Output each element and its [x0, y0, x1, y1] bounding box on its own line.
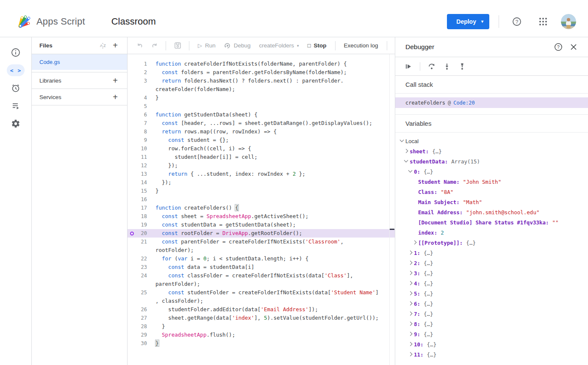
debugger-close-button[interactable] [566, 39, 581, 55]
breakpoint-gutter[interactable] [128, 280, 136, 288]
stack-location-link[interactable]: Code:20 [453, 100, 475, 106]
stop-button[interactable]: □ Stop [304, 39, 330, 52]
code-line[interactable]: , classFolder); [128, 297, 395, 305]
code-line[interactable]: 1function createFolderIfNotExists(folder… [128, 60, 395, 68]
breakpoint-gutter[interactable] [128, 288, 136, 297]
breakpoint-gutter[interactable] [128, 77, 136, 85]
breakpoint-gutter[interactable] [128, 271, 136, 280]
breakpoint-gutter[interactable] [128, 68, 136, 77]
chevron-right-icon[interactable] [407, 341, 414, 348]
breakpoint-gutter[interactable] [128, 263, 136, 271]
breakpoint-gutter[interactable] [128, 254, 136, 263]
code-area[interactable]: 1function createFolderIfNotExists(folder… [128, 54, 395, 365]
code-line[interactable]: 12 }); [128, 161, 395, 170]
breakpoint-gutter[interactable] [128, 204, 136, 212]
breakpoint-gutter[interactable] [128, 127, 136, 136]
chevron-right-icon[interactable] [407, 260, 414, 266]
code-line[interactable]: 28 } [128, 322, 395, 331]
breakpoint-gutter[interactable] [128, 221, 136, 229]
chevron-down-icon[interactable] [403, 158, 410, 165]
code-line[interactable]: 27 sheet.getRange(data['index'], 5).setV… [128, 314, 395, 322]
sort-files-button[interactable]: A Z [97, 40, 109, 52]
code-line[interactable]: 11 student[header[i]] = cell; [128, 153, 395, 161]
breakpoint-gutter[interactable] [128, 305, 136, 314]
code-line[interactable]: 3 return folders.hasNext() ? folders.nex… [128, 77, 395, 85]
variable-row[interactable]: [[Prototype]]:{…} [399, 238, 588, 248]
code-line[interactable]: 13 return { ...student, index: rowIndex … [128, 170, 395, 178]
chevron-right-icon[interactable] [407, 270, 414, 277]
code-line[interactable]: 16 [128, 195, 395, 204]
variable-row[interactable]: 8:{…} [399, 319, 588, 329]
chevron-right-icon[interactable] [407, 300, 414, 307]
variable-row[interactable]: 9:{…} [399, 329, 588, 339]
breakpoint-gutter[interactable] [128, 144, 136, 153]
breakpoint-gutter[interactable] [128, 339, 136, 348]
code-line[interactable]: 15} [128, 187, 395, 195]
code-line[interactable]: parentFolder); [128, 280, 395, 288]
chevron-right-icon[interactable] [407, 290, 414, 297]
code-line[interactable]: 29 SpreadsheetApp.flush(); [128, 331, 395, 339]
code-line[interactable]: 30} [128, 339, 395, 348]
variable-row[interactable]: 6:{…} [399, 299, 588, 309]
chevron-right-icon[interactable] [407, 331, 414, 337]
variable-row[interactable]: studentData:Array(15) [399, 156, 588, 166]
code-line[interactable]: 25 const studentFolder = createFolderIfN… [128, 288, 395, 297]
breakpoint-gutter[interactable] [128, 111, 136, 119]
redo-button[interactable] [148, 39, 161, 52]
breakpoint-gutter[interactable] [128, 85, 136, 94]
breakpoint-gutter[interactable] [128, 153, 136, 161]
breakpoint-gutter[interactable] [128, 102, 136, 111]
undo-button[interactable] [133, 39, 146, 52]
variable-row[interactable]: 10:{…} [399, 339, 588, 349]
code-line[interactable]: 5 [128, 102, 395, 111]
code-line[interactable]: 17function createFolders() { [128, 204, 395, 212]
help-button[interactable]: ? [508, 13, 525, 30]
chevron-down-icon[interactable] [399, 138, 405, 144]
variable-row[interactable]: 3:{…} [399, 268, 588, 278]
add-file-button[interactable]: + [109, 40, 121, 52]
breakpoint-gutter[interactable] [128, 322, 136, 331]
google-apps-grid-button[interactable] [535, 13, 552, 30]
step-into-button[interactable] [441, 60, 453, 73]
breakpoint-gutter[interactable] [128, 187, 136, 195]
code-line[interactable]: 20 const rootFolder = DriveApp.getRootFo… [128, 229, 395, 238]
code-line[interactable]: createFolder(folderName); [128, 85, 395, 94]
rail-item-executions[interactable] [7, 100, 25, 112]
execution-log-button[interactable]: Execution log [341, 39, 382, 52]
step-out-button[interactable] [456, 60, 469, 73]
file-item-code-gs[interactable]: Code.gs [32, 54, 127, 70]
breakpoint-gutter[interactable] [128, 297, 136, 305]
editor-scrollbar[interactable] [389, 54, 395, 365]
chevron-right-icon[interactable] [407, 280, 414, 287]
breakpoint-gutter[interactable] [128, 212, 136, 221]
chevron-right-icon[interactable] [407, 321, 414, 327]
variable-row[interactable]: sheet:{…} [399, 146, 588, 156]
breakpoint-indicator[interactable] [128, 229, 136, 238]
breakpoint-gutter[interactable] [128, 331, 136, 339]
run-button[interactable]: ▷ Run [194, 39, 219, 52]
code-line[interactable]: 7 const [header, ...rows] = sheet.getDat… [128, 119, 395, 127]
breakpoint-gutter[interactable] [128, 314, 136, 322]
variable-row[interactable]: 4:{…} [399, 278, 588, 288]
project-title[interactable]: Classroom [111, 16, 156, 27]
function-selector[interactable]: createFolders ▾ [256, 39, 302, 52]
chevron-right-icon[interactable] [403, 148, 410, 155]
chevron-right-icon[interactable] [407, 249, 414, 256]
breakpoint-gutter[interactable] [128, 195, 136, 204]
variables-scope-row[interactable]: Local [399, 136, 588, 146]
resume-button[interactable] [402, 60, 415, 73]
deploy-button[interactable]: Deploy ▾ [447, 14, 489, 29]
code-line[interactable]: 23 const data = studentData[i] [128, 263, 395, 271]
code-line[interactable]: 4} [128, 94, 395, 102]
breakpoint-gutter[interactable] [128, 246, 136, 254]
code-line[interactable]: 10 row.forEach((cell, i) => { [128, 144, 395, 153]
code-line[interactable]: 26 studentFolder.addEditor(data['Email A… [128, 305, 395, 314]
code-line[interactable]: 21 const parentFolder = createFolderIfNo… [128, 238, 395, 246]
add-service-button[interactable]: + [109, 91, 121, 103]
breakpoint-gutter[interactable] [128, 161, 136, 170]
code-line[interactable]: 24 const classFolder = createFolderIfNot… [128, 271, 395, 280]
variable-row[interactable]: 2:{…} [399, 258, 588, 268]
add-library-button[interactable]: + [109, 75, 121, 86]
chevron-down-icon[interactable] [407, 168, 414, 175]
breakpoint-gutter[interactable] [128, 136, 136, 144]
